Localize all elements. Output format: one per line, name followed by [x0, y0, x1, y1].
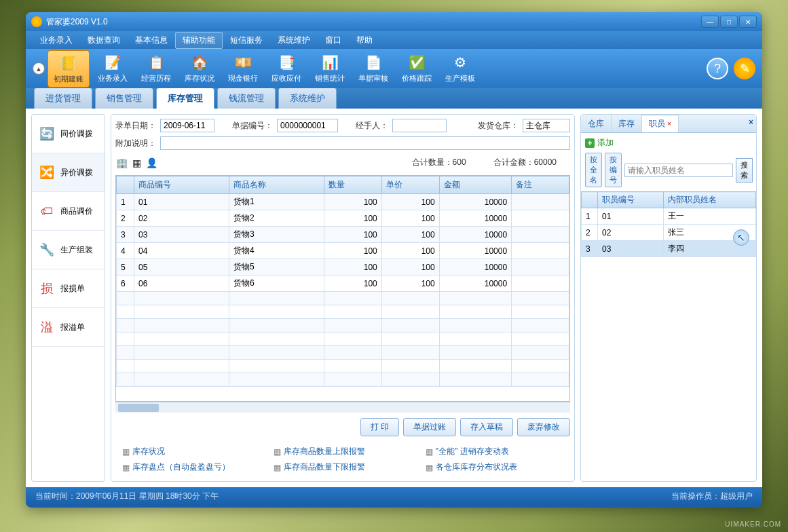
table-row[interactable]	[117, 360, 569, 373]
menu-辅助功能[interactable]: 辅助功能	[175, 32, 223, 49]
help-icon[interactable]: ?	[707, 58, 728, 79]
tool-icon: 📊	[320, 53, 339, 72]
table-row[interactable]: 404货物410010010000	[117, 243, 569, 259]
rtab-仓库[interactable]: 仓库	[581, 115, 612, 132]
link-item[interactable]: 库存状况	[122, 446, 260, 457]
main-grid[interactable]: 商品编号商品名称数量单价金额备注101货物110010010000202货物21…	[115, 175, 570, 402]
table-row[interactable]	[117, 373, 569, 387]
tool-icon: 📒	[59, 54, 78, 73]
table-row[interactable]	[117, 305, 569, 319]
chip-fullname[interactable]: 按全名	[585, 153, 602, 187]
table-row[interactable]	[117, 346, 569, 360]
action-废弃修改[interactable]: 废弃修改	[517, 418, 570, 436]
warehouse-input[interactable]	[523, 119, 570, 132]
link-item[interactable]: 各仓库库存分布状况表	[426, 461, 563, 473]
handler-input[interactable]	[392, 119, 447, 132]
tab-系统维护[interactable]: 系统维护	[278, 88, 337, 109]
sidebar-报溢单[interactable]: 溢报溢单	[32, 308, 105, 347]
grid-icon-2[interactable]: ▦	[130, 157, 143, 169]
link-item[interactable]: 库存商品数量上限报警	[274, 446, 411, 457]
chip-code[interactable]: 按编号	[605, 153, 622, 187]
col-header[interactable]: 备注	[512, 176, 569, 194]
staff-row[interactable]: 101王一	[582, 208, 756, 225]
col-header[interactable]: 单价	[381, 176, 439, 194]
table-row[interactable]: 303货物310010010000	[117, 227, 569, 243]
no-input[interactable]	[277, 119, 338, 132]
col-header[interactable]: 金额	[439, 176, 511, 194]
action-单据过账[interactable]: 单据过账	[403, 418, 456, 436]
menu-基本信息[interactable]: 基本信息	[128, 32, 175, 49]
close-button[interactable]: ✕	[739, 16, 757, 28]
menu-帮助[interactable]: 帮助	[349, 32, 380, 49]
table-row[interactable]	[117, 319, 569, 332]
link-item[interactable]: "全能" 进销存变动表	[426, 446, 563, 457]
staff-row[interactable]: 202张三	[582, 225, 756, 241]
grid-icon-1[interactable]: 🏢	[115, 157, 128, 169]
sidebar-报损单[interactable]: 损报损单	[32, 269, 105, 308]
staff-grid[interactable]: 职员编号内部职员姓名101王一202张三303李四 ↖	[581, 191, 756, 481]
tab-库存管理[interactable]: 库存管理	[156, 88, 214, 109]
toolbtn-现金银行[interactable]: 💴现金银行	[223, 50, 263, 88]
tab-进货管理[interactable]: 进货管理	[34, 88, 92, 109]
sidebar-生产组装[interactable]: 🔧生产组装	[32, 231, 105, 269]
col-header[interactable]: 数量	[324, 176, 381, 194]
link-item[interactable]: 库存商品数量下限报警	[274, 461, 411, 473]
toolbtn-应收应付[interactable]: 📑应收应付	[266, 50, 307, 88]
search-input[interactable]	[624, 164, 733, 177]
col-header[interactable]: 内部职员姓名	[664, 192, 756, 208]
link-item[interactable]: 库存盘点（自动盘盈盘亏）	[122, 461, 260, 473]
rtab-库存[interactable]: 库存	[612, 115, 642, 132]
sidebar-icon: 🔄	[39, 126, 55, 142]
sidebar-异价调拨[interactable]: 🔀异价调拨	[32, 153, 105, 192]
toolbtn-价格跟踪[interactable]: ✅价格跟踪	[396, 50, 437, 88]
col-header[interactable]: 职员编号	[598, 192, 664, 208]
date-input[interactable]	[160, 119, 214, 132]
tab-钱流管理[interactable]: 钱流管理	[217, 88, 276, 109]
person-icon[interactable]: 👤	[145, 157, 157, 169]
col-header[interactable]: 商品名称	[229, 176, 324, 194]
grid-scrollbar[interactable]	[115, 402, 570, 413]
menu-短信服务[interactable]: 短信服务	[223, 32, 270, 49]
search-button[interactable]: 搜索	[736, 158, 753, 183]
col-header[interactable]: 商品编号	[134, 176, 229, 194]
toolbtn-单据审核[interactable]: 📄单据审核	[353, 50, 394, 88]
toolbtn-经营历程[interactable]: 📋经营历程	[136, 50, 176, 88]
menu-数据查询[interactable]: 数据查询	[80, 32, 128, 49]
toolbtn-库存状况[interactable]: 🏠库存状况	[179, 50, 220, 88]
table-row[interactable]	[117, 332, 569, 346]
menu-业务录入[interactable]: 业务录入	[33, 32, 80, 49]
tab-销售管理[interactable]: 销售管理	[95, 88, 153, 109]
date-label: 录单日期：	[115, 120, 156, 132]
note-input[interactable]	[160, 136, 570, 150]
toolbtn-生产模板[interactable]: ⚙生产模板	[440, 50, 481, 88]
toolbtn-销售统计[interactable]: 📊销售统计	[309, 50, 350, 88]
table-row[interactable]: 606货物610010010000	[117, 276, 569, 292]
table-row[interactable]	[117, 292, 569, 305]
collapse-toolbar-icon[interactable]: ▲	[33, 62, 45, 75]
nav-arrow-icon[interactable]: ↖	[733, 229, 749, 246]
maximize-button[interactable]: □	[720, 16, 738, 28]
minimize-button[interactable]: —	[701, 16, 719, 28]
table-row[interactable]: 101货物110010010000	[117, 194, 569, 210]
sidebar-同价调拨[interactable]: 🔄同价调拨	[32, 115, 105, 153]
add-button[interactable]: + 添加	[581, 133, 756, 153]
menu-窗口[interactable]: 窗口	[318, 32, 349, 49]
col-header[interactable]	[582, 192, 598, 208]
menu-系统维护[interactable]: 系统维护	[270, 32, 318, 49]
close-panel-icon[interactable]: ×	[749, 117, 753, 127]
titlebar[interactable]: 管家婆2009 V1.0 — □ ✕	[26, 12, 762, 31]
table-row[interactable]: 202货物210010010000	[117, 210, 569, 227]
action-存入草稿[interactable]: 存入草稿	[460, 418, 513, 436]
toolbtn-初期建账[interactable]: 📒初期建账	[48, 50, 90, 88]
col-header[interactable]	[117, 176, 134, 194]
toolbtn-业务录入[interactable]: 📝业务录入	[92, 50, 133, 88]
table-row[interactable]: 505货物510010010000	[117, 259, 569, 276]
staff-row[interactable]: 303李四	[582, 241, 756, 257]
sidebar-icon: 🏷	[39, 203, 55, 219]
sidebar-商品调价[interactable]: 🏷商品调价	[32, 192, 105, 231]
brand-icon[interactable]: ✎	[734, 58, 755, 79]
rtab-职员[interactable]: 职员×	[642, 115, 679, 132]
total-amt-label: 合计金额：	[493, 157, 534, 167]
close-tab-icon[interactable]: ×	[667, 120, 671, 128]
action-打印[interactable]: 打 印	[360, 418, 399, 436]
